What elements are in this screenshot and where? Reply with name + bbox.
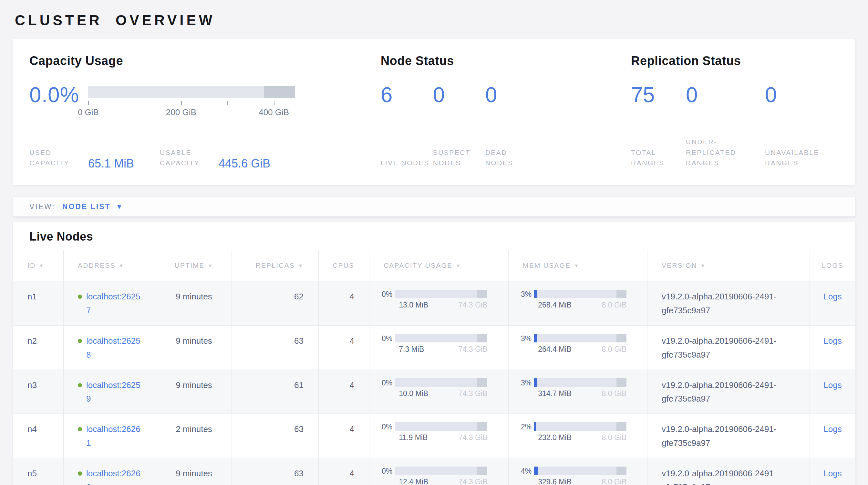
mem-used-value: 232.0 MiB bbox=[538, 433, 571, 442]
used-capacity-stat: USED CAPACITY 65.1 MiB bbox=[29, 147, 160, 168]
node-uptime-cell: 9 minutes bbox=[156, 458, 232, 485]
table-row: n5 localhost:26262 9 minutes 63 4 0% 12.… bbox=[13, 458, 856, 485]
column-header-replicas[interactable]: REPLICAS ▼ bbox=[232, 250, 319, 281]
cluster-summary-card: Capacity Usage 0.0% 0 GiB200 GiB400 GiB … bbox=[13, 39, 856, 185]
logs-link[interactable]: Logs bbox=[824, 336, 841, 346]
node-address-link[interactable]: localhost:26258 bbox=[86, 334, 142, 362]
live-nodes-label: LIVE NODES bbox=[381, 158, 433, 168]
node-address-cell: localhost:26257 bbox=[64, 281, 156, 325]
capacity-bar bbox=[395, 290, 487, 298]
node-live-status-icon bbox=[78, 383, 82, 387]
sort-desc-icon: ▼ bbox=[701, 263, 706, 268]
mem-bar-area: 264.4 MiB 8.0 GiB bbox=[534, 334, 626, 354]
node-live-status-icon bbox=[78, 472, 82, 476]
mem-total-value: 8.0 GiB bbox=[602, 433, 627, 442]
mem-percent-label: 2% bbox=[521, 423, 531, 432]
cluster-overview-page: CLUSTER OVERVIEW Capacity Usage 0.0% 0 G… bbox=[0, 0, 868, 485]
mem-total-value: 8.0 GiB bbox=[602, 389, 627, 398]
capacity-percent-label: 0% bbox=[382, 423, 392, 432]
node-address-link[interactable]: localhost:26262 bbox=[86, 466, 142, 485]
node-address-link[interactable]: localhost:26261 bbox=[86, 422, 142, 450]
mem-bar-reserved-segment bbox=[616, 422, 626, 431]
node-id-cell: n5 bbox=[13, 458, 64, 485]
logs-link[interactable]: Logs bbox=[824, 292, 841, 301]
column-header-mem-usage[interactable]: MEM USAGE ▼ bbox=[508, 250, 647, 281]
node-logs-cell: Logs bbox=[810, 370, 856, 414]
capacity-bar-reserved-segment bbox=[477, 378, 487, 387]
column-header-address[interactable]: ADDRESS ▼ bbox=[64, 250, 156, 281]
capacity-bar-area: 12.4 MiB 74.3 GiB bbox=[395, 466, 487, 485]
mem-used-value: 314.7 MiB bbox=[538, 389, 571, 398]
usable-capacity-label: USABLE CAPACITY bbox=[160, 147, 215, 168]
capacity-bar bbox=[395, 334, 487, 342]
live-nodes-stat: 6 LIVE NODES bbox=[381, 84, 433, 168]
under-replicated-ranges-label: UNDER-REPLICATED RANGES bbox=[686, 137, 752, 168]
logs-link[interactable]: Logs bbox=[824, 380, 841, 390]
under-replicated-ranges-value: 0 bbox=[686, 84, 765, 106]
table-row: n2 localhost:26258 9 minutes 63 4 0% 7.3… bbox=[13, 325, 856, 370]
capacity-axis-tick bbox=[88, 101, 89, 106]
table-row: n3 localhost:26259 9 minutes 61 4 0% 10.… bbox=[13, 370, 856, 414]
unavailable-ranges-label: UNAVAILABLE RANGES bbox=[765, 147, 833, 168]
capacity-bar-reserved-segment bbox=[477, 290, 487, 298]
mem-bar bbox=[534, 422, 626, 431]
node-uptime-cell: 9 minutes bbox=[156, 370, 232, 414]
node-address-link[interactable]: localhost:26259 bbox=[86, 378, 142, 406]
logs-link[interactable]: Logs bbox=[824, 424, 841, 434]
capacity-total-value: 74.3 GiB bbox=[459, 389, 488, 398]
node-capacity-usage-cell: 0% 7.3 MiB 74.3 GiB bbox=[369, 325, 508, 370]
sort-desc-icon: ▼ bbox=[298, 263, 304, 268]
view-dropdown[interactable]: NODE LIST ▼ bbox=[62, 202, 124, 211]
replication-status-title: Replication Status bbox=[631, 54, 839, 68]
mem-bar-fill bbox=[534, 378, 537, 387]
used-capacity-label: USED CAPACITY bbox=[29, 147, 84, 168]
node-live-status-icon bbox=[78, 427, 82, 431]
capacity-percent-label: 0% bbox=[382, 467, 392, 476]
mem-bar bbox=[534, 466, 626, 475]
node-address-cell: localhost:26262 bbox=[64, 458, 156, 485]
node-mem-usage-cell: 3% 264.4 MiB 8.0 GiB bbox=[508, 325, 647, 370]
sort-desc-icon: ▼ bbox=[208, 263, 213, 268]
node-capacity-usage-cell: 0% 12.4 MiB 74.3 GiB bbox=[369, 458, 508, 485]
column-header-id[interactable]: ID ▼ bbox=[13, 250, 64, 281]
mem-used-value: 264.4 MiB bbox=[538, 345, 571, 354]
node-cpus-cell: 4 bbox=[319, 414, 369, 458]
node-mem-usage-cell: 3% 268.4 MiB 8.0 GiB bbox=[508, 281, 647, 325]
used-capacity-value: 65.1 MiB bbox=[88, 158, 134, 169]
mem-bar-fill bbox=[534, 334, 537, 342]
column-header-version[interactable]: VERSION ▼ bbox=[647, 250, 810, 281]
view-selector-bar: VIEW: NODE LIST ▼ bbox=[13, 197, 856, 217]
node-cpus-cell: 4 bbox=[319, 325, 369, 370]
column-header-uptime[interactable]: UPTIME ▼ bbox=[156, 250, 232, 281]
column-header-capacity-usage[interactable]: CAPACITY USAGE ▼ bbox=[369, 250, 508, 281]
capacity-bar bbox=[395, 466, 487, 475]
node-replicas-cell: 63 bbox=[232, 458, 319, 485]
mem-total-value: 8.0 GiB bbox=[602, 345, 627, 354]
node-address-cell: localhost:26259 bbox=[64, 370, 156, 414]
capacity-bar-reserved-segment bbox=[477, 422, 487, 431]
capacity-gauge-bar bbox=[88, 86, 295, 98]
node-status-stats: 6 LIVE NODES 0 SUSPECT NODES 0 DEAD NODE… bbox=[381, 84, 631, 168]
node-capacity-usage-cell: 0% 10.0 MiB 74.3 GiB bbox=[369, 370, 508, 414]
node-uptime-cell: 9 minutes bbox=[156, 325, 232, 370]
node-logs-cell: Logs bbox=[810, 325, 856, 370]
capacity-axis-tick bbox=[274, 101, 275, 106]
mem-bar-area: 314.7 MiB 8.0 GiB bbox=[534, 378, 626, 398]
capacity-usage-title: Capacity Usage bbox=[29, 54, 381, 68]
capacity-percent-label: 0% bbox=[382, 379, 392, 388]
node-address-link[interactable]: localhost:26257 bbox=[86, 290, 142, 317]
mem-percent-label: 3% bbox=[521, 379, 531, 388]
dead-nodes-label: DEAD NODES bbox=[485, 147, 538, 168]
logs-link[interactable]: Logs bbox=[824, 468, 841, 478]
capacity-bar-area: 11.9 MiB 74.3 GiB bbox=[395, 422, 487, 442]
mem-used-value: 268.4 MiB bbox=[538, 301, 571, 310]
capacity-gauge-bar-area: 0 GiB200 GiB400 GiB bbox=[88, 86, 295, 116]
capacity-bar bbox=[395, 422, 487, 431]
column-header-cpus[interactable]: CPUS bbox=[319, 250, 369, 281]
node-version-cell: v19.2.0-alpha.20190606-2491-gfe735c9a97 bbox=[647, 281, 810, 325]
mem-total-value: 8.0 GiB bbox=[602, 301, 627, 310]
capacity-usage-section: Capacity Usage 0.0% 0 GiB200 GiB400 GiB … bbox=[29, 54, 381, 168]
node-cpus-cell: 4 bbox=[319, 281, 369, 325]
node-logs-cell: Logs bbox=[810, 458, 856, 485]
table-row: n1 localhost:26257 9 minutes 62 4 0% 13.… bbox=[13, 281, 856, 325]
